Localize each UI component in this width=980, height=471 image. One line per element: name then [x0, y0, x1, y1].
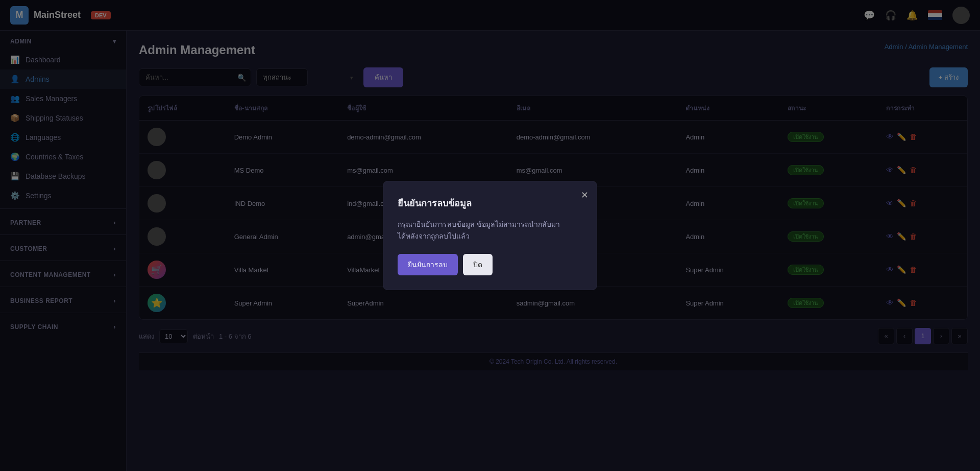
delete-confirm-modal: ยืนยันการลบข้อมูล ✕ กรุณายืนยันการลบข้อม…: [383, 181, 597, 290]
modal-body-line2: ได้หลังจากถูกลบไปแล้ว: [398, 232, 470, 240]
confirm-delete-button[interactable]: ยืนยันการลบ: [398, 254, 458, 275]
modal-close-btn[interactable]: ✕: [581, 190, 589, 201]
modal-body-line1: กรุณายืนยันการลบข้อมูล ข้อมูลไม่สามารถนำ…: [398, 220, 560, 228]
modal-overlay[interactable]: ยืนยันการลบข้อมูล ✕ กรุณายืนยันการลบข้อม…: [0, 0, 980, 471]
modal-title: ยืนยันการลบข้อมูล: [398, 196, 582, 210]
cancel-delete-button[interactable]: ปิด: [463, 254, 493, 275]
modal-actions: ยืนยันการลบ ปิด: [398, 254, 582, 275]
modal-body: กรุณายืนยันการลบข้อมูล ข้อมูลไม่สามารถนำ…: [398, 219, 582, 242]
